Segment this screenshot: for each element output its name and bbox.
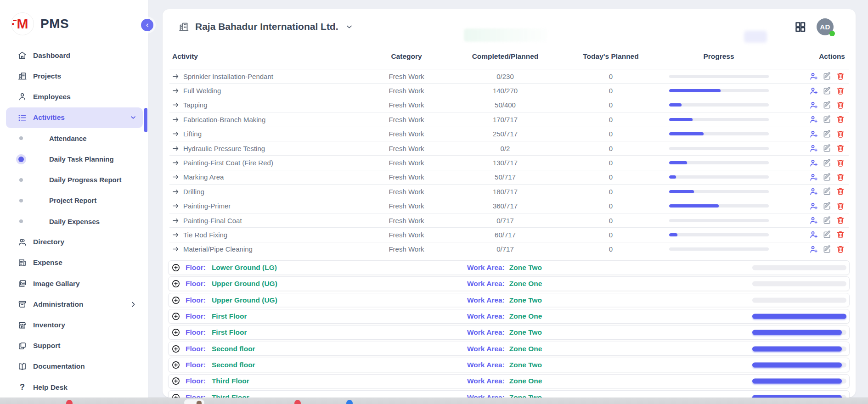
- sidebar-item-inventory[interactable]: Inventory: [6, 314, 143, 335]
- table-row: Painting-Final CoatFresh Work0/7170: [169, 213, 849, 228]
- circle-plus-icon[interactable]: [171, 279, 180, 288]
- circle-plus-icon[interactable]: [171, 263, 180, 272]
- sidebar-item-expense[interactable]: Expense: [6, 252, 143, 273]
- activity-name: Tie Rod Fixing: [183, 231, 227, 239]
- circle-plus-icon[interactable]: [171, 328, 180, 337]
- completed-planned-cell: 60/717: [455, 231, 556, 239]
- delete-icon[interactable]: [836, 245, 845, 254]
- assign-user-icon[interactable]: [809, 115, 818, 124]
- delete-icon[interactable]: [836, 129, 845, 139]
- sidebar-item-image-gallary[interactable]: Image Gallary: [6, 273, 143, 294]
- circle-plus-icon[interactable]: [171, 360, 180, 370]
- column-header-progress: Progress: [666, 52, 772, 61]
- category-cell: Fresh Work: [358, 87, 455, 95]
- sidebar-item-dashboard[interactable]: Dashboard: [6, 45, 143, 66]
- sidebar-item-support[interactable]: Support: [6, 336, 143, 356]
- activity-cell: Sprinkler Installation-Pendant: [169, 73, 358, 80]
- sidebar-collapse-button[interactable]: [141, 19, 153, 31]
- sidebar-scrollbar-thumb[interactable]: [144, 108, 147, 132]
- floor-row[interactable]: Floor:Upper Ground (UG)Work Area:Zone On…: [168, 276, 850, 291]
- category-cell: Fresh Work: [358, 116, 455, 123]
- floor-row[interactable]: Floor:Lower Ground (LG)Work Area:Zone Tw…: [168, 260, 850, 275]
- assign-user-icon[interactable]: [809, 129, 818, 139]
- taskbar-app-icon[interactable]: [294, 400, 301, 404]
- sidebar-item-administration[interactable]: Administration: [6, 294, 143, 314]
- user-menu[interactable]: AD: [817, 18, 834, 35]
- assign-user-icon[interactable]: [809, 216, 818, 225]
- assign-user-icon[interactable]: [809, 202, 818, 211]
- delete-icon[interactable]: [836, 72, 845, 81]
- sidebar-item-activities[interactable]: Activities: [6, 107, 143, 128]
- delete-icon[interactable]: [836, 216, 845, 225]
- sidebar-item-documentation[interactable]: Documentation: [6, 356, 143, 377]
- edit-icon[interactable]: [823, 86, 832, 95]
- edit-icon[interactable]: [823, 72, 832, 81]
- delete-icon[interactable]: [836, 144, 845, 153]
- edit-icon[interactable]: [823, 216, 832, 225]
- chevron-down-icon[interactable]: [345, 23, 353, 31]
- circle-plus-icon[interactable]: [171, 312, 180, 321]
- edit-icon[interactable]: [823, 115, 832, 124]
- table-row: DrillingFresh Work180/7170: [169, 185, 849, 199]
- assign-user-icon[interactable]: [809, 86, 818, 95]
- edit-icon[interactable]: [823, 101, 832, 110]
- company-selector-label[interactable]: Raja Bahadur International Ltd.: [195, 21, 338, 32]
- circle-plus-icon[interactable]: [171, 296, 180, 305]
- progress-cell: [666, 89, 772, 92]
- edit-icon[interactable]: [823, 230, 832, 239]
- delete-icon[interactable]: [836, 86, 845, 95]
- edit-icon[interactable]: [823, 187, 832, 196]
- circle-plus-icon[interactable]: [171, 344, 180, 354]
- assign-user-icon[interactable]: [809, 72, 818, 81]
- edit-icon[interactable]: [823, 173, 832, 182]
- floor-row[interactable]: Floor:Second floorWork Area:Zone One: [168, 342, 850, 356]
- delete-icon[interactable]: [836, 173, 845, 182]
- sidebar-item-help-desk[interactable]: ?Help Desk: [6, 377, 143, 398]
- actions-cell: [772, 245, 849, 254]
- list-icon: [17, 113, 27, 123]
- progress-bar-fill: [669, 103, 682, 107]
- completed-planned-cell: 140/270: [455, 87, 556, 95]
- taskbar-app-icon[interactable]: [66, 400, 73, 404]
- sidebar-item-employees[interactable]: Employees: [6, 86, 143, 107]
- sidebar-subitem-daily-expenses[interactable]: Daily Expenses: [6, 211, 148, 232]
- delete-icon[interactable]: [836, 115, 845, 124]
- assign-user-icon[interactable]: [809, 144, 818, 153]
- work-area-zone: Zone Two: [509, 361, 542, 369]
- grid-icon[interactable]: [794, 21, 806, 33]
- sidebar-item-directory[interactable]: Directory: [6, 232, 143, 252]
- bullet-dot: [19, 178, 23, 182]
- floor-row[interactable]: Floor:First FloorWork Area:Zone Two: [168, 325, 850, 340]
- taskbar-app-icon[interactable]: [346, 400, 353, 404]
- delete-icon[interactable]: [836, 230, 845, 239]
- sidebar-subitem-attendance[interactable]: Attendance: [6, 128, 148, 149]
- floor-row[interactable]: Floor:First FloorWork Area:Zone One: [168, 309, 850, 324]
- sidebar-item-projects[interactable]: Projects: [6, 66, 143, 86]
- floor-row[interactable]: Floor:Third FloorWork Area:Zone One: [168, 374, 850, 389]
- edit-icon[interactable]: [823, 202, 832, 211]
- assign-user-icon[interactable]: [809, 230, 818, 239]
- sidebar-subitem-project-report[interactable]: Project Report: [6, 190, 148, 211]
- sidebar-subitem-daily-progress-report[interactable]: Daily Progress Report: [6, 169, 148, 190]
- assign-user-icon[interactable]: [809, 187, 818, 196]
- assign-user-icon[interactable]: [809, 245, 818, 254]
- circle-plus-icon[interactable]: [171, 376, 180, 386]
- assign-user-icon[interactable]: [809, 158, 818, 168]
- delete-icon[interactable]: [836, 101, 845, 110]
- floor-row[interactable]: Floor:Upper Ground (UG)Work Area:Zone Tw…: [168, 293, 850, 308]
- app-logo: M PMS: [11, 12, 69, 35]
- delete-icon[interactable]: [836, 202, 845, 211]
- sidebar-item-label: Documentation: [33, 362, 85, 370]
- assign-user-icon[interactable]: [809, 173, 818, 182]
- assign-user-icon[interactable]: [809, 101, 818, 110]
- edit-icon[interactable]: [823, 158, 832, 168]
- delete-icon[interactable]: [836, 158, 845, 168]
- edit-icon[interactable]: [823, 245, 832, 254]
- edit-icon[interactable]: [823, 129, 832, 139]
- sidebar-subitem-daily-task-planning[interactable]: Daily Task Planning: [6, 149, 148, 169]
- actions-cell: [772, 86, 849, 95]
- store-icon: [17, 320, 27, 330]
- floor-row[interactable]: Floor:Second floorWork Area:Zone Two: [168, 358, 850, 372]
- delete-icon[interactable]: [836, 187, 845, 196]
- edit-icon[interactable]: [823, 144, 832, 153]
